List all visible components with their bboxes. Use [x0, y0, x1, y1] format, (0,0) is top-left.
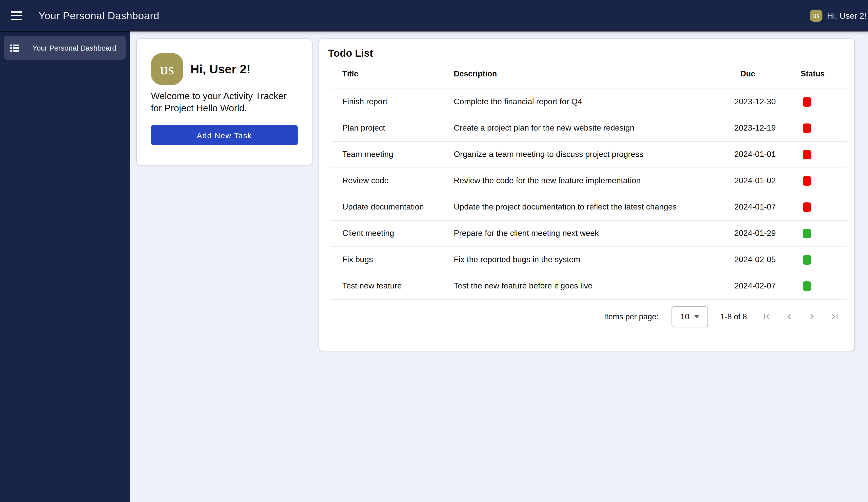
paginator-nav — [755, 306, 846, 327]
add-new-task-button[interactable]: Add New Task — [151, 125, 298, 145]
cell-status — [800, 167, 847, 194]
cell-description: Update the project documentation to refl… — [454, 194, 734, 220]
user-avatar-large: us — [151, 53, 183, 85]
status-chip — [803, 255, 811, 264]
status-chip — [803, 202, 811, 212]
status-chip — [803, 149, 811, 159]
sidebar-item-dashboard[interactable]: Your Personal Dashboard — [4, 36, 126, 60]
cell-description: Test the new feature before it goes live — [454, 273, 734, 299]
user-avatar: us — [810, 10, 823, 22]
cell-status — [800, 141, 847, 167]
welcome-card: us Hi, User 2! Welcome to your Activity … — [136, 39, 312, 166]
cell-status — [800, 115, 847, 141]
todo-list-card: Todo List Title Description Due Status F… — [319, 39, 855, 351]
cell-title: Review code — [331, 167, 454, 194]
column-header-status: Status — [800, 60, 847, 88]
cell-status — [800, 194, 847, 220]
page-size-value: 10 — [680, 312, 690, 321]
cell-title: Team meeting — [331, 141, 454, 167]
cell-due: 2023-12-30 — [734, 88, 800, 115]
cell-due: 2023-12-19 — [734, 115, 800, 141]
column-header-title: Title — [331, 60, 454, 88]
cell-title: Client meeting — [331, 220, 454, 247]
cell-due: 2024-02-07 — [734, 273, 800, 299]
previous-page-icon[interactable] — [778, 306, 800, 327]
hamburger-menu-icon[interactable] — [11, 8, 27, 24]
chevron-down-icon — [694, 315, 700, 318]
column-header-due: Due — [734, 60, 800, 88]
cell-title: Finish report — [331, 88, 454, 115]
sidebar-item-label: Your Personal Dashboard — [32, 44, 116, 52]
status-chip — [803, 97, 811, 106]
welcome-message: Welcome to your Activity Tracker for Pro… — [151, 90, 298, 114]
last-page-icon[interactable] — [824, 306, 846, 327]
paginator: Items per page: 10 1-8 of 8 — [319, 305, 846, 328]
next-page-icon[interactable] — [800, 306, 824, 327]
cell-due: 2024-01-07 — [734, 194, 800, 220]
cell-title: Plan project — [331, 115, 454, 141]
todo-table: Title Description Due Status Finish repo… — [331, 60, 847, 299]
todo-list-title: Todo List — [319, 39, 854, 59]
table-row: Plan project Create a project plan for t… — [331, 115, 847, 141]
user-greeting: Hi, User 2! — [827, 11, 867, 21]
cell-title: Fix bugs — [331, 247, 454, 273]
cell-description: Review the code for the new feature impl… — [454, 167, 734, 194]
table-row: Client meeting Prepare for the client me… — [331, 220, 847, 247]
table-row: Update documentation Update the project … — [331, 194, 847, 220]
top-navbar: Your Personal Dashboard us Hi, User 2! — [0, 0, 868, 31]
table-row: Fix bugs Fix the reported bugs in the sy… — [331, 247, 847, 273]
cell-due: 2024-01-29 — [734, 220, 800, 247]
page-size-select[interactable]: 10 — [672, 306, 708, 327]
page-title: Your Personal Dashboard — [39, 10, 159, 22]
page-range-label: 1-8 of 8 — [720, 312, 747, 321]
welcome-greeting: Hi, User 2! — [190, 62, 250, 76]
column-header-description: Description — [454, 60, 734, 88]
cell-due: 2024-01-01 — [734, 141, 800, 167]
items-per-page-label: Items per page: — [604, 312, 658, 321]
main-content: us Hi, User 2! Welcome to your Activity … — [130, 31, 868, 502]
app-root: Your Personal Dashboard us Hi, User 2! Y… — [0, 0, 868, 502]
cell-title: Test new feature — [331, 273, 454, 299]
status-chip — [803, 229, 811, 238]
cell-description: Fix the reported bugs in the system — [454, 247, 734, 273]
list-icon — [10, 43, 19, 52]
status-chip — [803, 281, 811, 291]
cell-status — [800, 273, 847, 299]
cell-description: Organize a team meeting to discuss proje… — [454, 141, 734, 167]
cell-status — [800, 88, 847, 115]
cell-status — [800, 220, 847, 247]
sidebar: Your Personal Dashboard — [0, 31, 130, 502]
cell-description: Create a project plan for the new websit… — [454, 115, 734, 141]
table-row: Review code Review the code for the new … — [331, 167, 847, 194]
cell-title: Update documentation — [331, 194, 454, 220]
table-header-row: Title Description Due Status — [331, 60, 847, 88]
table-row: Finish report Complete the financial rep… — [331, 88, 847, 115]
table-row: Team meeting Organize a team meeting to … — [331, 141, 847, 167]
cell-due: 2024-01-02 — [734, 167, 800, 194]
table-row: Test new feature Test the new feature be… — [331, 273, 847, 299]
status-chip — [803, 176, 811, 186]
cell-due: 2024-02-05 — [734, 247, 800, 273]
cell-status — [800, 247, 847, 273]
cell-description: Prepare for the client meeting next week — [454, 220, 734, 247]
status-chip — [803, 123, 811, 133]
first-page-icon[interactable] — [755, 306, 778, 327]
cell-description: Complete the financial report for Q4 — [454, 88, 734, 115]
welcome-header: us Hi, User 2! — [151, 53, 298, 85]
